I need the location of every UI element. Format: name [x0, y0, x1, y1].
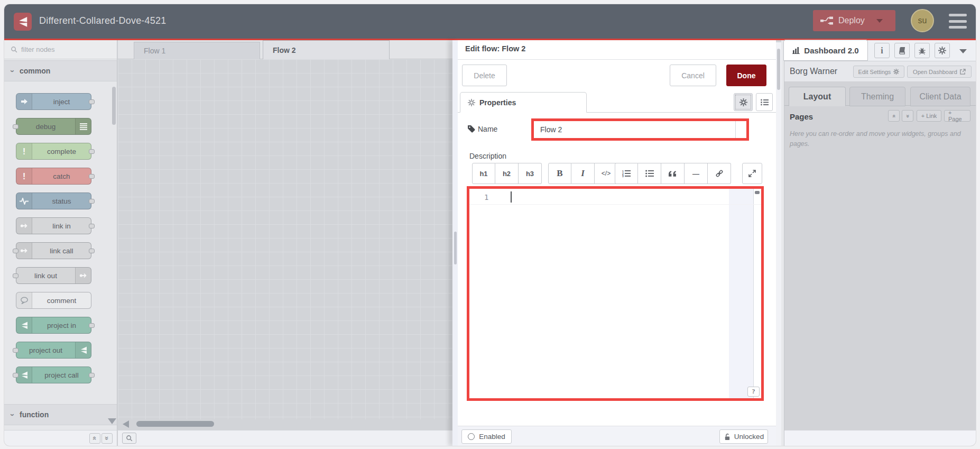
palette-node-inject[interactable]: inject — [16, 93, 91, 110]
palette-node-project-call[interactable]: project call — [16, 366, 91, 383]
expand-editor-button[interactable] — [742, 163, 762, 184]
sidebar-footer — [784, 430, 976, 446]
md-italic-button[interactable]: I — [571, 163, 595, 184]
palette-node-project-out[interactable]: project out — [16, 342, 91, 359]
node-port-right — [89, 373, 95, 378]
search-icon — [11, 46, 17, 53]
canvas-scroll-left-icon[interactable] — [123, 420, 129, 428]
palette-node-link-out[interactable]: link out — [16, 267, 91, 284]
palette-node-label: project out — [16, 342, 75, 358]
flow-name-input[interactable]: Flow 2 — [534, 121, 736, 138]
description-editor[interactable]: 1 ? — [467, 186, 764, 401]
tab-properties[interactable]: Properties — [460, 92, 587, 113]
palette-node-debug[interactable]: debug — [16, 118, 91, 135]
palette-node-comment[interactable]: comment — [16, 292, 91, 309]
collapse-all-categories-button[interactable]: « — [89, 433, 100, 444]
move-page-up-button[interactable]: « — [888, 110, 900, 122]
info-button[interactable]: i — [874, 43, 890, 58]
md-link-button[interactable] — [708, 163, 731, 184]
deploy-icon — [820, 16, 833, 25]
palette-node-link-in[interactable]: link in — [16, 217, 91, 234]
canvas-horizontal-scrollbar[interactable] — [136, 421, 214, 427]
flow-enabled-toggle[interactable]: Enabled — [461, 429, 512, 444]
link-icon — [16, 243, 32, 259]
done-button[interactable]: Done — [726, 65, 766, 86]
md-heading2-button[interactable]: h2 — [495, 163, 519, 184]
gear-icon — [893, 69, 899, 75]
palette-node-label: project call — [32, 367, 91, 383]
palette-node-link-call[interactable]: link call — [16, 242, 91, 259]
workspace-footer — [118, 430, 452, 446]
add-page-button[interactable]: + Page — [944, 110, 970, 122]
editor-active-line-underline — [469, 204, 761, 205]
flow-tab-bar: Flow 1 Flow 2 — [118, 40, 452, 59]
node-port-right — [89, 249, 95, 253]
node-red-window: Different-Collared-Dove-4521 Deploy su f… — [4, 4, 976, 446]
palette-node-complete[interactable]: !complete — [16, 143, 91, 160]
client-data-tab-label: Client Data — [919, 92, 961, 102]
open-dashboard-button[interactable]: Open Dashboard — [907, 66, 972, 78]
editor-scroll-zone — [729, 189, 754, 398]
main-menu-button[interactable] — [949, 14, 967, 29]
link-icon — [16, 218, 32, 234]
delete-button[interactable]: Delete — [462, 65, 507, 86]
description-list-button[interactable] — [756, 93, 773, 111]
sidebar-more-tabs-caret-icon[interactable] — [959, 49, 967, 53]
editor-scrollbar-thumb[interactable] — [755, 191, 760, 194]
expand-all-categories-button[interactable]: » — [101, 433, 113, 444]
md-bold-button[interactable]: B — [548, 163, 571, 184]
flow-canvas[interactable] — [118, 59, 452, 419]
tab-client-data[interactable]: Client Data — [910, 87, 970, 106]
cancel-button[interactable]: Cancel — [670, 65, 716, 86]
md-heading3-button[interactable]: h3 — [519, 163, 542, 184]
move-page-down-button[interactable]: » — [902, 110, 913, 122]
tray-title: Edit flow: Flow 2 — [465, 44, 525, 53]
palette-node-status[interactable]: status — [16, 193, 91, 209]
md-heading1-button[interactable]: h1 — [472, 163, 495, 184]
node-port-right — [89, 149, 95, 154]
edit-settings-button[interactable]: Edit Settings — [853, 66, 904, 78]
book-button[interactable] — [894, 43, 910, 58]
node-port-left — [13, 348, 19, 353]
palette-node-project-in[interactable]: project in — [16, 317, 91, 334]
palette-scrollbar[interactable] — [112, 87, 116, 425]
md-ordered-list-button[interactable]: 123 — [615, 163, 638, 184]
palette-category-common[interactable]: › common — [4, 60, 117, 81]
palette-category-function[interactable]: › function — [4, 404, 117, 425]
tab-layout[interactable]: Layout — [789, 87, 846, 106]
tray-scrollbar[interactable] — [776, 42, 781, 446]
md-horizontal-rule-button[interactable]: — — [685, 163, 708, 184]
menu-bar-icon — [949, 14, 967, 16]
tray-resize-handle[interactable] — [452, 40, 458, 446]
md-quote-button[interactable] — [661, 163, 685, 184]
add-link-button[interactable]: + Link — [917, 110, 941, 122]
edit-properties-gear-button[interactable] — [734, 93, 753, 111]
gear-icon — [468, 99, 475, 106]
tab-dashboard-2[interactable]: Dashboard 2.0 — [783, 40, 868, 61]
palette-filter-box[interactable]: filter nodes — [4, 40, 117, 59]
deploy-button[interactable]: Deploy — [813, 10, 895, 31]
tab-flow-2[interactable]: Flow 2 — [263, 40, 390, 60]
gear-button[interactable] — [935, 43, 950, 58]
node-port-right — [89, 174, 95, 179]
md-unordered-list-button[interactable] — [638, 163, 661, 184]
node-port-left — [13, 124, 19, 129]
user-avatar[interactable]: su — [911, 9, 934, 32]
palette-scroll-down-icon[interactable] — [108, 418, 116, 424]
tray-footer: Enabled Unlocked — [458, 426, 776, 446]
tab-theming[interactable]: Theming — [849, 87, 905, 106]
tab-flow-1[interactable]: Flow 1 — [134, 42, 260, 59]
flow-locked-toggle[interactable]: Unlocked — [719, 429, 768, 444]
palette-category-label: function — [20, 410, 49, 419]
palette-node-label: comment — [32, 292, 91, 308]
editor-help-button[interactable]: ? — [747, 387, 760, 397]
palette-node-catch[interactable]: !catch — [16, 168, 91, 185]
deploy-options-caret-icon[interactable] — [876, 19, 883, 23]
workspace-title: Different-Collared-Dove-4521 — [39, 15, 166, 26]
palette-node-label: link in — [32, 218, 91, 234]
comment-bubble-icon — [16, 292, 32, 308]
bug-button[interactable] — [914, 43, 930, 58]
pages-help-text: Here you can re-order and move your widg… — [790, 129, 964, 149]
tag-icon — [467, 125, 475, 133]
canvas-search-button[interactable] — [122, 433, 136, 444]
